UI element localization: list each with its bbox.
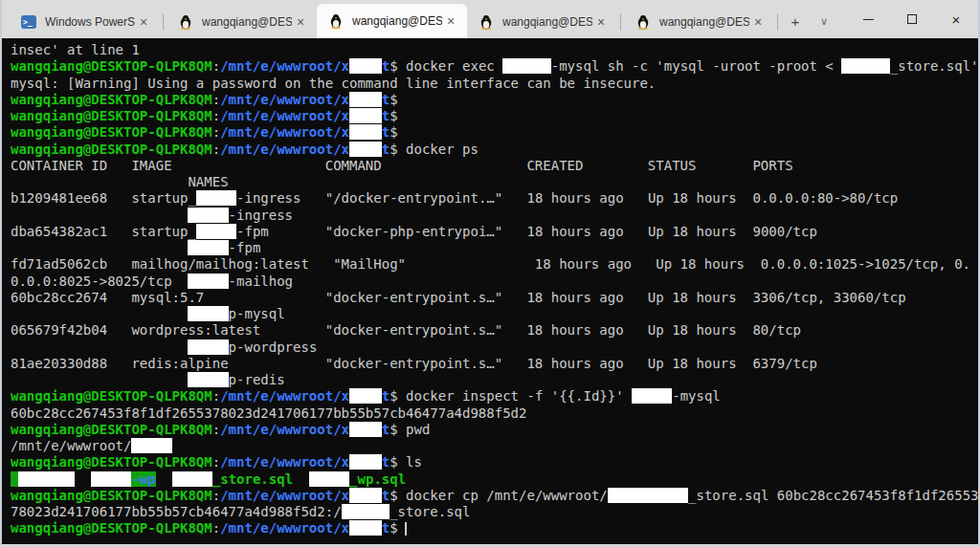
terminal-text: -mysql bbox=[672, 388, 721, 404]
terminal-line: wangqiang@DESKTOP-QLPK8QM:/mnt/e/wwwroot… bbox=[11, 422, 978, 438]
terminal-text: t bbox=[382, 92, 390, 107]
tux-icon bbox=[178, 14, 193, 30]
terminal-text: $ bbox=[390, 488, 397, 503]
redaction-box bbox=[349, 124, 382, 140]
terminal-text: docker inspect -f '{{.Id}}' bbox=[398, 388, 632, 404]
terminal-text: /mnt/e/wwwroot/x bbox=[220, 488, 349, 503]
tux-icon bbox=[328, 13, 344, 29]
terminal-text: t bbox=[382, 422, 390, 437]
terminal-text: : bbox=[212, 422, 220, 437]
terminal-text: : bbox=[212, 520, 220, 536]
terminal-text bbox=[293, 471, 309, 487]
redaction-box bbox=[349, 108, 382, 123]
terminal-text: _wp.sql bbox=[349, 471, 406, 487]
terminal-text: ls bbox=[398, 454, 422, 470]
terminal-text bbox=[11, 208, 188, 223]
tab-dropdown-button[interactable]: ∨ bbox=[810, 7, 838, 35]
terminal-output[interactable]: insec' at line 1wangqiang@DESKTOP-QLPK8Q… bbox=[2, 38, 978, 544]
plus-icon: + bbox=[791, 13, 800, 30]
terminal-line: 60bc28cc267453f8f1df2655378023d241706177… bbox=[11, 405, 978, 422]
terminal-line: 60bc28cc2674 mysql:5.7 "docker-entrypoin… bbox=[11, 290, 978, 306]
terminal-text: dba654382ac1 startup_ bbox=[11, 224, 196, 239]
terminal-text: $ bbox=[390, 108, 397, 123]
terminal-line: 065679f42b04 wordpress:latest "docker-en… bbox=[11, 322, 978, 339]
redaction-box bbox=[349, 488, 382, 503]
terminal-text: p-wordpress bbox=[229, 339, 318, 355]
new-tab-button[interactable]: + bbox=[781, 7, 810, 35]
terminal-text: -fpm bbox=[229, 240, 261, 255]
terminal-text: wangqiang@DESKTOP-QLPK8QM bbox=[11, 92, 212, 107]
close-icon[interactable]: × bbox=[442, 12, 459, 30]
close-button[interactable]: × bbox=[934, 0, 978, 38]
terminal-text: wangqiang@DESKTOP-QLPK8QM bbox=[11, 124, 212, 140]
terminal-text bbox=[11, 306, 188, 321]
redaction-box bbox=[342, 504, 390, 519]
tab-wsl-4[interactable]: wangqiang@DESK × bbox=[624, 6, 774, 38]
terminal-text: /mnt/e/wwwroot/x bbox=[220, 520, 349, 536]
terminal-text: _store.sql 60bc28cc267453f8f1df26553 bbox=[688, 488, 978, 503]
terminal-line: wangqiang@DESKTOP-QLPK8QM:/mnt/e/wwwroot… bbox=[11, 142, 978, 158]
redaction-box bbox=[188, 372, 228, 387]
terminal-text: $ bbox=[390, 58, 397, 74]
terminal-text bbox=[11, 240, 188, 255]
redaction-box bbox=[188, 240, 228, 255]
terminal-text: p-redis bbox=[229, 372, 285, 387]
terminal-text: wangqiang@DESKTOP-QLPK8QM bbox=[11, 58, 212, 74]
redaction-box bbox=[196, 190, 236, 206]
terminal-text: t bbox=[382, 108, 390, 123]
terminal-line: dba654382ac1 startup_ -fpm "docker-php-e… bbox=[11, 224, 978, 240]
terminal-line: wangqiang@DESKTOP-QLPK8QM:/mnt/e/wwwroot… bbox=[11, 488, 978, 504]
terminal-text: _store.sql' bbox=[890, 58, 978, 74]
tab-title: wangqiang@DESK bbox=[502, 15, 592, 29]
terminal-text: -mailhog bbox=[229, 274, 293, 289]
terminal-line: wangqiang@DESKTOP-QLPK8QM:/mnt/e/wwwroot… bbox=[11, 58, 978, 75]
terminal-text: -fpm "docker-php-entrypoi…" 18 hours ago… bbox=[236, 224, 817, 239]
maximize-button[interactable] bbox=[890, 0, 934, 38]
terminal-text: 81ae20330d88 redis:alpine "docker-entryp… bbox=[11, 356, 817, 371]
terminal-text: : bbox=[212, 388, 220, 404]
redaction-box bbox=[131, 438, 171, 453]
close-icon[interactable]: × bbox=[592, 13, 610, 31]
terminal-text: fd71ad5062cb mailhog/mailhog:latest "Mai… bbox=[11, 256, 970, 272]
terminal-text: t bbox=[382, 520, 390, 536]
terminal-text: t bbox=[382, 142, 390, 157]
redaction-box bbox=[91, 471, 131, 487]
terminal-line: mysql: [Warning] Using a password on the… bbox=[11, 76, 978, 92]
minimize-button[interactable] bbox=[846, 0, 890, 38]
tab-separator bbox=[163, 13, 164, 31]
tab-windows-powershell[interactable]: >_ Windows PowerSh × bbox=[10, 6, 160, 38]
tab-wsl-1[interactable]: wangqiang@DESK × bbox=[167, 6, 317, 38]
terminal-text: insec' at line 1 bbox=[11, 42, 140, 57]
terminal-text bbox=[156, 471, 172, 487]
terminal-text: /mnt/e/wwwroot/x bbox=[220, 108, 349, 123]
terminal-text: /mnt/e/wwwroot/ bbox=[11, 438, 131, 453]
terminal-text: $ bbox=[390, 92, 397, 107]
terminal-text: wangqiang@DESKTOP-QLPK8QM bbox=[11, 142, 212, 157]
terminal-text: b1209481ee68 startup_ bbox=[11, 190, 196, 206]
close-icon[interactable]: × bbox=[749, 13, 767, 31]
terminal-text: : bbox=[212, 488, 220, 503]
terminal-text: : bbox=[212, 58, 220, 74]
tab-wsl-3[interactable]: wangqiang@DESK × bbox=[467, 6, 617, 38]
terminal-text: CONTAINER ID IMAGE COMMAND CREATED STATU… bbox=[11, 158, 793, 173]
terminal-text: t bbox=[382, 124, 390, 140]
window-controls: × bbox=[846, 0, 978, 38]
tabbar: >_ Windows PowerSh × wangqiang@DESK × wa… bbox=[2, 0, 978, 38]
close-icon[interactable]: × bbox=[292, 13, 309, 31]
terminal-cursor bbox=[405, 522, 407, 536]
chevron-down-icon: ∨ bbox=[820, 15, 828, 28]
terminal-text: : bbox=[212, 108, 220, 123]
tux-icon bbox=[635, 14, 651, 30]
terminal-text: wangqiang@DESKTOP-QLPK8QM bbox=[11, 388, 212, 404]
terminal-text: _store.sql bbox=[212, 471, 293, 487]
tab-title: wangqiang@DESK bbox=[352, 14, 442, 28]
terminal-line: 0.0.0:8025->8025/tcp -mailhog bbox=[11, 274, 978, 290]
terminal-text: wangqiang@DESKTOP-QLPK8QM bbox=[11, 422, 212, 437]
redaction-box bbox=[349, 520, 382, 536]
terminal-text: 065679f42b04 wordpress:latest "docker-en… bbox=[11, 322, 801, 338]
tab-wsl-2-active[interactable]: wangqiang@DESK × bbox=[317, 4, 467, 38]
terminal-line: 78023d241706177bb55b57cb46477a4d988f5d2:… bbox=[11, 504, 978, 520]
redaction-box bbox=[18, 471, 75, 487]
terminal-line: CONTAINER ID IMAGE COMMAND CREATED STATU… bbox=[11, 158, 978, 174]
close-icon[interactable]: × bbox=[135, 13, 152, 31]
